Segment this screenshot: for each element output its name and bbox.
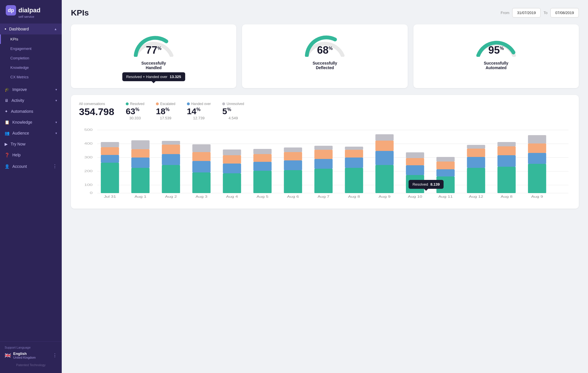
language-selector[interactable]: 🇬🇧 English United Kingdom ⋮ <box>0 350 62 361</box>
svg-rect-78 <box>498 155 516 167</box>
svg-text:400: 400 <box>84 142 92 145</box>
svg-rect-62 <box>406 175 424 193</box>
dashboard-section: ▪ Dashboard ▲ KPIs Engagement Completion… <box>0 22 62 83</box>
bar-aug5[interactable]: Aug 5 <box>253 149 271 198</box>
svg-rect-25 <box>162 141 180 145</box>
svg-rect-49 <box>314 150 332 159</box>
svg-rect-83 <box>528 153 546 164</box>
account-label: Account <box>12 164 27 169</box>
bar-aug1[interactable]: Aug 1 <box>131 140 149 198</box>
bar-aug7[interactable]: Aug 7 <box>314 146 332 198</box>
svg-rect-57 <box>376 165 394 193</box>
handed-pct: 14% <box>187 106 211 116</box>
nav-account[interactable]: 👤 Account ⋮ <box>0 160 62 172</box>
bar-jul31[interactable]: Jul 31 <box>101 142 119 198</box>
svg-rect-67 <box>436 176 454 193</box>
svg-rect-17 <box>131 168 149 193</box>
bar-aug12[interactable]: Aug 12 <box>467 145 485 198</box>
account-options[interactable]: ⋮ <box>53 164 57 169</box>
gauge-deflected: 68% <box>302 32 348 57</box>
date-to[interactable]: 07/08/2019 <box>550 8 579 18</box>
gauge-value-deflected: 68% <box>317 44 332 56</box>
svg-rect-72 <box>467 168 485 193</box>
audience-label: Audience <box>12 131 29 135</box>
help-label: Help <box>12 153 21 157</box>
svg-text:Aug 4: Aug 4 <box>226 195 238 198</box>
gauge-value-automated: 95% <box>488 44 504 56</box>
improve-icon: 🎓 <box>5 87 9 92</box>
logo-subtitle: self service <box>18 15 34 18</box>
svg-rect-77 <box>498 167 516 193</box>
svg-rect-84 <box>528 143 546 153</box>
help-icon: ❓ <box>5 153 9 157</box>
cx-metrics-label: CX Metrics <box>10 75 29 79</box>
kpi-card-automated: 95% SuccessfullyAutomated <box>413 24 579 88</box>
svg-rect-82 <box>528 164 546 193</box>
sidebar-item-engagement[interactable]: Engagement <box>0 44 62 53</box>
nav-try-now[interactable]: ▶ Try Now <box>0 139 62 149</box>
svg-rect-47 <box>314 169 332 193</box>
gauge-automated: 95% <box>473 32 519 57</box>
completion-label: Completion <box>10 56 29 60</box>
bar-aug4[interactable]: Aug 4 <box>223 149 241 198</box>
resolved-label: Resolved <box>126 102 144 106</box>
dashboard-nav-item[interactable]: ▪ Dashboard ▲ <box>0 24 62 34</box>
nav-knowledge[interactable]: 📋 Knowledge ▾ <box>0 117 62 128</box>
bar-aug8[interactable]: Aug 8 <box>345 147 363 198</box>
page-header: KPIs From 31/07/2019 To 07/08/2019 <box>71 8 579 18</box>
resolved-dot <box>126 102 129 105</box>
unresolved-pct: 5% <box>222 106 244 116</box>
logo-area: dp dialpad self service <box>0 0 62 22</box>
svg-rect-38 <box>253 162 271 171</box>
nav-improve[interactable]: 🎓 Improve ▾ <box>0 84 62 95</box>
bar-aug8b[interactable]: Aug 8 <box>498 142 516 198</box>
bar-aug6[interactable]: Aug 6 <box>284 147 302 198</box>
svg-rect-70 <box>436 157 454 162</box>
dashboard-label: Dashboard <box>9 27 29 31</box>
svg-rect-40 <box>253 149 271 154</box>
language-options[interactable]: ⋮ <box>53 353 57 358</box>
nav-help[interactable]: ❓ Help <box>0 149 62 160</box>
bar-aug10[interactable]: Aug 10 <box>406 152 424 198</box>
flag-icon: 🇬🇧 <box>5 352 11 359</box>
gauge-value-handled: 77% <box>146 44 161 56</box>
svg-rect-33 <box>223 164 241 173</box>
stat-escalated: Escalated 18% 17.539 <box>156 102 175 120</box>
date-from[interactable]: 31/07/2019 <box>512 8 541 18</box>
svg-rect-45 <box>284 147 302 152</box>
svg-text:300: 300 <box>84 156 92 159</box>
logo-icon: dp <box>6 5 16 15</box>
bar-aug11[interactable]: Aug 11 <box>436 157 454 198</box>
svg-text:Aug 11: Aug 11 <box>438 195 453 198</box>
svg-rect-32 <box>223 173 241 193</box>
svg-rect-28 <box>192 161 210 172</box>
stats-chart-card: All conversations 354.798 Resolved 63% 3… <box>71 95 579 209</box>
sidebar-item-kpis[interactable]: KPIs <box>0 34 62 44</box>
svg-rect-44 <box>284 152 302 160</box>
handed-label: Handed over <box>187 102 211 106</box>
svg-text:Aug 7: Aug 7 <box>318 195 329 198</box>
sidebar-item-cx-metrics[interactable]: CX Metrics <box>0 72 62 82</box>
page-title: KPIs <box>71 8 89 18</box>
bar-aug3[interactable]: Aug 3 <box>192 144 210 198</box>
svg-text:Aug 3: Aug 3 <box>196 195 207 198</box>
nav-audience[interactable]: 👥 Audience ▾ <box>0 128 62 139</box>
svg-rect-42 <box>284 170 302 193</box>
bar-chart: 500 400 300 200 100 0 Jul 31 <box>79 127 571 202</box>
svg-rect-68 <box>436 169 454 176</box>
nav-automations[interactable]: ✦ Automations <box>0 106 62 117</box>
escalated-sub: 17.539 <box>156 116 175 120</box>
language-region: United Kingdom <box>13 356 36 359</box>
bar-aug2[interactable]: Aug 2 <box>162 141 180 198</box>
kpi-cards-container: 77% SuccessfullyHandled Resolved + Hande… <box>71 24 579 88</box>
sidebar-item-knowledge[interactable]: Knowledge <box>0 63 62 72</box>
svg-rect-22 <box>162 165 180 193</box>
nav-activity[interactable]: 🖥 Activity ▾ <box>0 95 62 106</box>
svg-text:Aug 8: Aug 8 <box>501 195 512 198</box>
all-conv-value: 354.798 <box>79 106 114 117</box>
svg-text:Aug 12: Aug 12 <box>469 195 483 198</box>
sidebar-item-completion[interactable]: Completion <box>0 53 62 63</box>
bar-aug9-highlighted[interactable]: Aug 9 <box>376 134 394 198</box>
svg-rect-50 <box>314 146 332 150</box>
bar-aug9b[interactable]: Aug 9 <box>528 135 546 198</box>
